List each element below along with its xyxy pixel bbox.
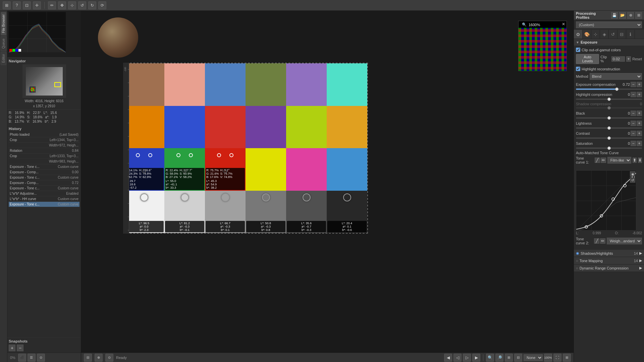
hl-comp-minus-btn[interactable]: − <box>631 92 636 97</box>
toolbar-straighten-btn[interactable]: ⊹ <box>68 1 76 9</box>
auto-levels-btn[interactable]: Auto Levels <box>576 54 599 64</box>
exp-comp-plus-btn[interactable]: + <box>637 82 642 87</box>
nav-prev-btn[interactable]: ◀ <box>444 354 452 362</box>
history-item[interactable]: Exposure - Comp...0.72 <box>9 180 79 186</box>
history-item[interactable]: Exposure - Tone c...Custom curve <box>9 175 79 180</box>
layout-btn[interactable]: ⊞ <box>563 354 571 362</box>
highlight-recon-checkbox[interactable] <box>576 67 580 71</box>
tab-metadata[interactable]: ℹ <box>626 30 635 39</box>
bl-btn-3[interactable]: ⊙ <box>37 354 45 362</box>
toolbar-nav-btn[interactable]: ⊞ <box>3 1 11 9</box>
contrast-minus-btn[interactable]: − <box>631 131 636 136</box>
color-cell[interactable]: L*: 50.8a*: -0.3b*: 0.8 <box>246 191 286 233</box>
tab-raw[interactable]: ⊟ <box>618 30 626 39</box>
lightness-track[interactable] <box>576 127 642 129</box>
history-item[interactable]: Exposure - Comp...0.00 <box>9 170 79 175</box>
toolbar-refresh-btn[interactable]: ⟳ <box>98 1 106 9</box>
exp-comp-thumb[interactable] <box>615 87 619 91</box>
history-item[interactable]: Width=983, Heigh... <box>9 159 79 164</box>
history-item[interactable]: L*a*b* - HH curveCustom curve <box>9 196 79 202</box>
curve2-linear-icon[interactable]: ╱ <box>594 238 599 244</box>
color-cell[interactable] <box>286 106 327 148</box>
snapshot-remove-btn[interactable]: − <box>17 345 23 351</box>
color-cell[interactable]: R: 14.1%G: 24.3%B: 62.7% H: 226.6°S: 78.… <box>124 148 164 191</box>
lightness-thumb[interactable] <box>607 126 611 130</box>
toolbar-info-btn[interactable]: ? <box>13 1 21 9</box>
tab-transform[interactable]: ↺ <box>609 30 618 39</box>
shadows-highlights-header[interactable]: ◉ Shadows/Highlights 14 ▶ <box>574 249 644 257</box>
color-cell[interactable] <box>205 63 246 106</box>
profile-dropdown[interactable]: (Custom) <box>576 21 642 28</box>
color-cell[interactable]: R: 75.7%G: 21.6%B: 17.6% H: 3.2°S: 75.7%… <box>205 148 246 191</box>
curve1-shrink-icon[interactable]: ⬇ <box>638 158 642 163</box>
color-cell[interactable]: L*: 96.5a*: 0.0b*: 2.3 <box>124 191 164 233</box>
color-cell[interactable]: L*: 35.6a*: -0.7b*: -0.3 <box>286 191 327 233</box>
history-item[interactable]: L*a*b* Adjustme...Enabled <box>9 191 79 196</box>
method-select[interactable]: Blend <box>590 73 642 80</box>
color-cell[interactable] <box>246 63 286 106</box>
exp-comp-track[interactable] <box>576 88 642 90</box>
color-cell[interactable] <box>246 106 286 148</box>
bl-btn-2[interactable]: ☰ <box>28 354 36 362</box>
profile-load-btn[interactable]: 📂 <box>619 12 626 19</box>
clip-plus-btn[interactable]: + <box>626 56 631 62</box>
nav-back-btn[interactable]: ◁ <box>453 354 462 362</box>
zoom-100-btn[interactable]: 100% <box>544 354 552 362</box>
side-tab-queue[interactable]: Queue <box>1 36 6 51</box>
tone-curve-canvas[interactable]: ◉ ↺ <box>576 170 636 231</box>
zoom-fill-btn[interactable]: ⊟ <box>514 354 522 362</box>
lightness-minus-btn[interactable]: − <box>631 121 636 126</box>
color-cell[interactable] <box>327 148 367 191</box>
profile-save-btn[interactable]: 💾 <box>611 12 618 19</box>
image-viewport[interactable]: R: 14.1%G: 24.3%B: 62.7% H: 226.6°S: 78.… <box>81 11 574 353</box>
bt-btn-2[interactable]: ⊕ <box>95 354 103 362</box>
color-cell[interactable]: L*: 81.2a*: -0.3b*: -0.1 <box>164 191 205 233</box>
curve2-edit-icon[interactable]: ✏ <box>600 238 605 244</box>
color-cell[interactable] <box>327 106 367 148</box>
history-item[interactable]: Exposure - Tone c...Custom curve <box>9 202 79 207</box>
clip-gamut-checkbox[interactable] <box>576 48 580 52</box>
zoom-out-btn[interactable]: 🔍 <box>486 354 494 362</box>
side-tab-editor[interactable]: Editor <box>1 52 6 65</box>
profile-copy-btn[interactable]: ⊕ <box>627 12 634 19</box>
preview-close-btn[interactable]: ✕ <box>562 22 565 26</box>
nav-forward-btn[interactable]: ▷ <box>463 354 471 362</box>
tone-mapping-header[interactable]: ○ Tone Mapping 14 ▶ <box>574 257 644 264</box>
toolbar-redo-btn[interactable]: ↻ <box>88 1 96 9</box>
exp-comp-minus-btn[interactable]: − <box>631 82 636 87</box>
color-cell[interactable]: R: 22.4%G: 58.0%B: 27.1% H: 127.7°S: 60.… <box>164 148 205 191</box>
zoom-fit-btn[interactable]: ⊞ <box>505 354 513 362</box>
color-cell[interactable] <box>124 106 164 148</box>
saturation-minus-btn[interactable]: − <box>631 141 636 146</box>
curve-node-icon[interactable]: ◉ <box>630 171 635 177</box>
black-plus-btn[interactable]: + <box>637 111 642 116</box>
tone-curve-2-select[interactable]: Weigh...andard <box>607 238 642 244</box>
color-cell[interactable] <box>164 106 205 148</box>
contrast-plus-btn[interactable]: + <box>637 131 642 136</box>
toolbar-pencil-btn[interactable]: ✏ <box>48 1 56 9</box>
fullscreen-btn[interactable]: ⛶ <box>553 354 561 362</box>
saturation-plus-btn[interactable]: + <box>637 141 642 146</box>
nav-next-btn[interactable]: ▶ <box>472 354 480 362</box>
history-item[interactable]: Width=972, Heigh... <box>9 143 79 148</box>
lightness-plus-btn[interactable]: + <box>637 121 642 126</box>
curve-reset-icon[interactable]: ↺ <box>630 177 635 183</box>
black-minus-btn[interactable]: − <box>631 111 636 116</box>
tab-color[interactable]: 🎨 <box>583 30 591 39</box>
history-item[interactable]: CropLeft=1344, Top=3... <box>9 137 79 143</box>
toolbar-transform-btn[interactable]: ✛ <box>33 1 41 9</box>
color-cell[interactable] <box>164 63 205 106</box>
color-cell[interactable]: L*: 66.7a*: -0.3b*: 0.1 <box>205 191 246 233</box>
profile-paste-btn[interactable]: ⊞ <box>635 12 642 19</box>
zoom-in-btn[interactable]: 🔎 <box>495 354 503 362</box>
tab-exposure[interactable]: ⊙ <box>574 30 583 39</box>
side-tab-filebrowser[interactable]: File Browser <box>1 12 6 36</box>
clip-value-input[interactable]: 0.02 <box>611 56 625 62</box>
hl-comp-plus-btn[interactable]: + <box>637 92 642 97</box>
history-item[interactable]: Exposure - Tone c...Custom curve <box>9 186 79 191</box>
none-select[interactable]: None <box>524 354 543 361</box>
contrast-track[interactable] <box>576 137 642 139</box>
curve1-expand-icon[interactable]: ⬆ <box>633 158 637 163</box>
bt-btn-3[interactable]: ⊙ <box>105 354 113 362</box>
tone-curve-1-select[interactable]: Film-like <box>607 157 631 164</box>
